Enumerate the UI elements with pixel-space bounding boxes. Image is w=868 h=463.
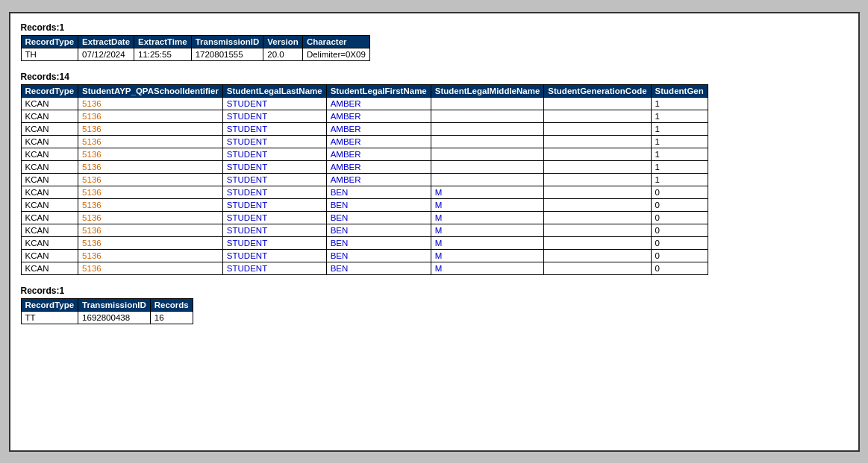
table-cell — [544, 249, 651, 262]
cell-recordtype: TH — [21, 48, 78, 60]
table-cell: M — [431, 211, 544, 224]
table-cell: STUDENT — [222, 224, 326, 236]
table-cell: 0 — [651, 198, 708, 211]
table-row: KCAN5136STUDENTAMBER1 — [21, 97, 708, 110]
table-cell: 5136 — [78, 173, 223, 186]
table-cell: AMBER — [326, 97, 431, 110]
col-studentgen: StudentGen — [651, 84, 708, 97]
table-cell — [431, 97, 544, 110]
table-cell — [431, 122, 544, 135]
col-extractdate: ExtractDate — [78, 35, 134, 48]
table-cell: 0 — [651, 236, 708, 249]
table-cell: M — [431, 262, 544, 274]
table-cell: 5136 — [78, 224, 223, 236]
table-cell: 5136 — [78, 186, 223, 198]
col-middlename: StudentLegalMiddleName — [431, 84, 544, 97]
table-cell: AMBER — [326, 135, 431, 148]
col-character: Character — [302, 35, 369, 48]
table-cell: M — [431, 198, 544, 211]
col-gencode: StudentGenerationCode — [544, 84, 651, 97]
table-cell: 0 — [651, 211, 708, 224]
table-cell: STUDENT — [222, 173, 326, 186]
table-cell — [431, 160, 544, 173]
col-records: Records — [150, 298, 193, 311]
table-cell: 5136 — [78, 262, 223, 274]
table-cell: STUDENT — [222, 160, 326, 173]
table-cell — [431, 110, 544, 122]
table-row: KCAN5136STUDENTAMBER1 — [21, 122, 708, 135]
table-cell: STUDENT — [222, 110, 326, 122]
col-lastname: StudentLegalLastName — [222, 84, 326, 97]
main-window: Records:1 RecordType ExtractDate Extract… — [9, 12, 860, 452]
col-version: Version — [263, 35, 303, 48]
table-cell: AMBER — [326, 160, 431, 173]
table-cell: 5136 — [78, 249, 223, 262]
table-cell: KCAN — [21, 122, 78, 135]
table-cell: 5136 — [78, 122, 223, 135]
table-cell: BEN — [326, 249, 431, 262]
table-row: KCAN5136STUDENTAMBER1 — [21, 110, 708, 122]
table-cell: M — [431, 186, 544, 198]
table-cell: AMBER — [326, 110, 431, 122]
table-cell: KCAN — [21, 262, 78, 274]
table-cell — [544, 211, 651, 224]
table-cell — [544, 122, 651, 135]
table-cell: 1 — [651, 173, 708, 186]
table-cell: 5136 — [78, 236, 223, 249]
table-cell: STUDENT — [222, 236, 326, 249]
table-cell — [544, 236, 651, 249]
table-cell: BEN — [326, 198, 431, 211]
cell-character: Delimiter=0X09 — [302, 48, 369, 60]
section-main-label: Records:14 — [21, 72, 848, 82]
table-cell: KCAN — [21, 198, 78, 211]
table-cell: AMBER — [326, 148, 431, 160]
section-header-label: Records:1 — [21, 22, 848, 33]
table-cell: KCAN — [21, 135, 78, 148]
table-cell: M — [431, 249, 544, 262]
table-cell: KCAN — [21, 236, 78, 249]
table-cell: STUDENT — [222, 186, 326, 198]
cell-records-count: 16 — [150, 311, 193, 324]
table-cell — [544, 262, 651, 274]
cell-tt: TT — [21, 311, 78, 324]
table-header: RecordType ExtractDate ExtractTime Trans… — [21, 35, 370, 61]
table-cell — [544, 148, 651, 160]
table-cell — [544, 160, 651, 173]
cell-transmissionid: 1720801555 — [191, 48, 263, 60]
table-cell: STUDENT — [222, 249, 326, 262]
table-cell: KCAN — [21, 186, 78, 198]
table-cell — [544, 224, 651, 236]
table-cell: KCAN — [21, 173, 78, 186]
table-cell: BEN — [326, 224, 431, 236]
table-cell: M — [431, 224, 544, 236]
table-cell: STUDENT — [222, 198, 326, 211]
table-row: KCAN5136STUDENTBENM0 — [21, 198, 708, 211]
col-transmissionid-3: TransmissionID — [78, 298, 151, 311]
table-cell: 1 — [651, 110, 708, 122]
table-cell: 0 — [651, 186, 708, 198]
table-cell: 1 — [651, 97, 708, 110]
table-row: KCAN5136STUDENTAMBER1 — [21, 173, 708, 186]
table-cell: KCAN — [21, 249, 78, 262]
table-cell: 5136 — [78, 110, 223, 122]
table-cell: BEN — [326, 262, 431, 274]
table-cell: AMBER — [326, 122, 431, 135]
table-cell: STUDENT — [222, 122, 326, 135]
table-cell — [544, 97, 651, 110]
table-row: TT 1692800438 16 — [21, 311, 193, 324]
table-cell: AMBER — [326, 173, 431, 186]
table-row: KCAN5136STUDENTBENM0 — [21, 186, 708, 198]
section-main: Records:14 RecordType StudentAYP_QPAScho… — [21, 72, 848, 275]
table-cell — [544, 110, 651, 122]
table-cell: 5136 — [78, 160, 223, 173]
table-cell: STUDENT — [222, 135, 326, 148]
table-cell: 5136 — [78, 135, 223, 148]
table-row: KCAN5136STUDENTBENM0 — [21, 249, 708, 262]
table-cell: KCAN — [21, 160, 78, 173]
table-footer: RecordType TransmissionID Records TT 169… — [21, 298, 193, 324]
cell-transmissionid-footer: 1692800438 — [78, 311, 151, 324]
table-cell — [544, 198, 651, 211]
section-footer: Records:1 RecordType TransmissionID Reco… — [21, 286, 848, 324]
table-cell: KCAN — [21, 97, 78, 110]
table-row: KCAN5136STUDENTAMBER1 — [21, 160, 708, 173]
